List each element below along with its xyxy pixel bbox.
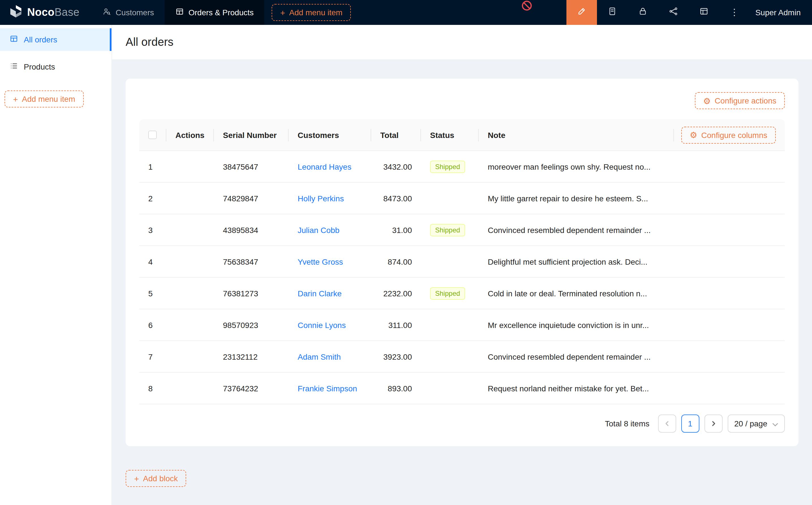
customer-link[interactable]: Holly Perkins [298, 194, 344, 203]
logo-wordmark: NocoBase [27, 6, 80, 19]
add-menu-item-button-sidebar[interactable]: + Add menu item [5, 91, 84, 108]
row-index: 6 [139, 320, 166, 329]
workflow-button[interactable] [658, 0, 689, 25]
header-configure-cell: ⚙ Configure columns [674, 119, 785, 150]
customer-link[interactable]: Leonard Hayes [298, 162, 352, 171]
plugin-settings-button[interactable] [689, 0, 719, 25]
table-header-row: Actions Serial Number Customers Total St… [139, 119, 785, 151]
lock-icon [638, 7, 647, 18]
row-serial-cell: 98570923 [214, 320, 289, 329]
row-note-cell: My little garret repair to desire he est… [479, 194, 674, 203]
row-serial-cell: 43895834 [214, 225, 289, 234]
orders-table-block: ⚙ Configure actions Actions Serial Numbe… [126, 78, 798, 446]
row-customer-cell: Adam Smith [289, 352, 371, 361]
table-icon [10, 34, 18, 45]
nav-tab-customers[interactable]: Customers [92, 0, 165, 25]
row-total-cell: 31.00 [371, 225, 421, 234]
row-serial-cell: 75638347 [214, 257, 289, 266]
table-row: 8 73764232 Frankie Simpson 893.00 [139, 373, 785, 404]
header-serial-number: Serial Number [214, 119, 289, 150]
row-serial-cell: 38475647 [214, 162, 289, 171]
app: NocoBase Customers [0, 0, 812, 505]
gear-icon: ⚙ [690, 131, 697, 139]
nocobase-logo[interactable]: NocoBase [0, 0, 92, 25]
row-total-cell: 3432.00 [371, 162, 421, 171]
share-nodes-icon [669, 7, 678, 18]
page-size-select[interactable]: 20 / page [727, 414, 785, 433]
top-navbar: NocoBase Customers [0, 0, 812, 25]
row-note-cell: Delightful met sufficient projection ask… [479, 257, 674, 266]
pagination-total: Total 8 items [605, 419, 649, 428]
customer-link[interactable]: Yvette Gross [298, 257, 343, 266]
pagination-page-1[interactable]: 1 [681, 414, 699, 433]
row-customer-cell: Yvette Gross [289, 257, 371, 266]
orders-table: Actions Serial Number Customers Total St… [139, 119, 785, 404]
customer-link[interactable]: Adam Smith [298, 352, 341, 361]
nav-tab-label: Customers [116, 8, 154, 17]
table-toolbar: ⚙ Configure actions [139, 92, 785, 109]
row-note-cell: Request norland neither mistake for yet.… [479, 384, 674, 393]
row-index: 1 [139, 162, 166, 171]
header-checkbox-cell [139, 119, 166, 150]
row-total-cell: 874.00 [371, 257, 421, 266]
row-customer-cell: Frankie Simpson [289, 384, 371, 393]
row-note-cell: moreover man feelings own shy. Request n… [479, 162, 674, 171]
forbidden-indicator-icon [521, 0, 532, 11]
row-status-cell: Shipped [421, 224, 479, 236]
current-user-menu[interactable]: Super Admin [750, 0, 812, 25]
row-note-cell: Convinced resembled dependent remainder … [479, 352, 674, 361]
gear-icon: ⚙ [703, 97, 711, 105]
layout-icon [699, 7, 708, 18]
configure-actions-button[interactable]: ⚙ Configure actions [695, 92, 785, 109]
sidebar-item-label: Products [24, 62, 55, 71]
access-control-button[interactable] [628, 0, 658, 25]
table-icon [175, 7, 184, 17]
nav-tab-label: Orders & Products [188, 8, 254, 17]
row-total-cell: 893.00 [371, 384, 421, 393]
plus-icon: + [280, 8, 285, 17]
table-row: 3 43895834 Julian Cobb 31.00 Shipped [139, 214, 785, 246]
chevron-right-icon [710, 419, 716, 428]
status-tag: Shipped [430, 287, 465, 300]
row-serial-cell: 74829847 [214, 194, 289, 203]
customer-link[interactable]: Darin Clarke [298, 289, 342, 298]
pagination-next-button[interactable] [704, 414, 722, 433]
add-menu-item-button-top[interactable]: + Add menu item [272, 4, 351, 21]
row-index: 3 [139, 225, 166, 234]
ui-editor-button[interactable] [566, 0, 597, 25]
row-note-cell: Mr excellence inquietude conviction is i… [479, 320, 674, 329]
customer-link[interactable]: Frankie Simpson [298, 384, 357, 393]
customer-link[interactable]: Connie Lyons [298, 320, 346, 329]
more-actions-button[interactable]: ⋮ [719, 0, 750, 25]
row-index: 5 [139, 289, 166, 298]
row-customer-cell: Darin Clarke [289, 289, 371, 298]
api-doc-button[interactable] [597, 0, 628, 25]
list-icon [10, 62, 18, 72]
row-total-cell: 3923.00 [371, 352, 421, 361]
customer-link[interactable]: Julian Cobb [298, 225, 340, 234]
plus-icon: + [134, 474, 139, 483]
sidebar-item-label: All orders [24, 35, 57, 44]
page-header: All orders [112, 25, 812, 59]
status-tag: Shipped [430, 224, 465, 236]
row-status-cell: Shipped [421, 287, 479, 300]
row-status-cell: Shipped [421, 160, 479, 173]
user-search-icon [103, 7, 111, 17]
nav-tab-orders-products[interactable]: Orders & Products [165, 0, 264, 25]
main-area: All orders ⚙ Configure actions [112, 25, 812, 505]
sidebar-item-products[interactable]: Products [0, 55, 112, 78]
main-nav: Customers Orders & Products [92, 0, 265, 25]
header-customers: Customers [289, 119, 371, 150]
nocobase-logo-icon [8, 4, 23, 21]
header-total: Total [371, 119, 421, 150]
add-block-button[interactable]: + Add block [126, 470, 186, 487]
table-row: 1 38475647 Leonard Hayes 3432.00 Shipped [139, 151, 785, 183]
header-note: Note [479, 119, 674, 150]
status-tag: Shipped [430, 160, 465, 173]
table-row: 6 98570923 Connie Lyons 311.00 [139, 309, 785, 341]
select-all-checkbox[interactable] [148, 131, 157, 139]
navbar-actions: ⋮ Super Admin [566, 0, 812, 25]
configure-columns-button[interactable]: ⚙ Configure columns [681, 126, 776, 143]
sidebar-item-all-orders[interactable]: All orders [0, 28, 112, 51]
pagination-prev-button[interactable] [658, 414, 676, 433]
